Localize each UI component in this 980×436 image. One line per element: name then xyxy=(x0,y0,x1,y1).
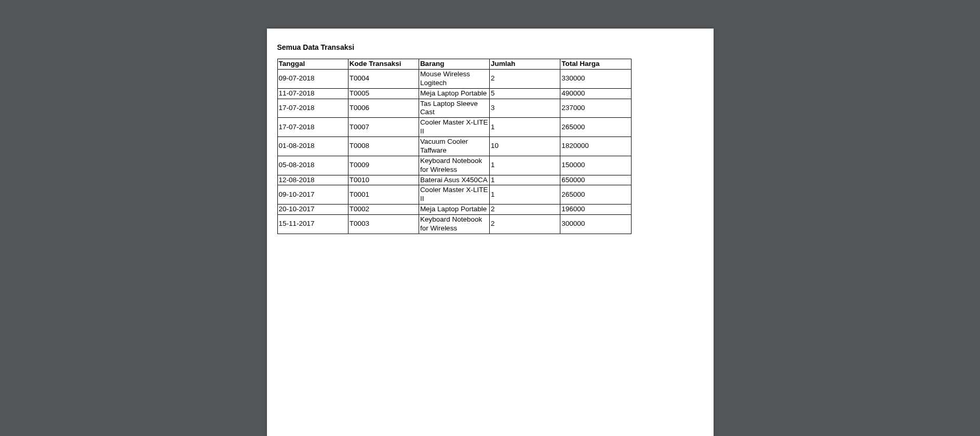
cell-tanggal: 17-07-2018 xyxy=(277,118,348,137)
cell-kode: T0001 xyxy=(348,185,419,205)
cell-total: 650000 xyxy=(560,175,631,185)
table-row: 17-07-2018T0006Tas Laptop Sleeve Cast323… xyxy=(277,99,631,118)
table-row: 05-08-2018T0009Keyboard Notebook for Wir… xyxy=(277,156,631,175)
header-barang: Barang xyxy=(419,59,489,70)
cell-total: 490000 xyxy=(560,88,631,99)
cell-kode: T0004 xyxy=(348,69,419,88)
cell-barang: Mouse Wireless Logitech xyxy=(419,69,489,88)
cell-total: 1820000 xyxy=(560,137,631,156)
cell-total: 265000 xyxy=(560,118,631,137)
cell-total: 196000 xyxy=(560,205,631,215)
header-tanggal: Tanggal xyxy=(277,59,348,70)
cell-tanggal: 01-08-2018 xyxy=(277,137,348,156)
cell-kode: T0003 xyxy=(348,215,419,234)
table-row: 12-08-2018T0010Baterai Asus X450CA165000… xyxy=(277,175,631,185)
cell-barang: Vacuum Cooler Taffware xyxy=(419,137,489,156)
table-row: 01-08-2018T0008Vacuum Cooler Taffware101… xyxy=(277,137,631,156)
cell-total: 265000 xyxy=(560,185,631,205)
table-row: 20-10-2017T0002Meja Laptop Portable21960… xyxy=(277,205,631,215)
cell-jumlah: 2 xyxy=(490,215,560,234)
cell-barang: Tas Laptop Sleeve Cast xyxy=(419,99,489,118)
cell-jumlah: 2 xyxy=(490,69,560,88)
cell-kode: T0005 xyxy=(348,88,419,99)
cell-barang: Cooler Master X-LITE II xyxy=(419,185,489,205)
table-row: 17-07-2018T0007Cooler Master X-LITE II12… xyxy=(277,118,631,137)
cell-barang: Keyboard Notebook for Wireless xyxy=(419,156,489,175)
cell-jumlah: 5 xyxy=(490,88,560,99)
table-row: 15-11-2017T0003Keyboard Notebook for Wir… xyxy=(277,215,631,234)
cell-barang: Keyboard Notebook for Wireless xyxy=(419,215,489,234)
table-row: 09-10-2017T0001Cooler Master X-LITE II12… xyxy=(277,185,631,205)
cell-jumlah: 1 xyxy=(490,185,560,205)
transaction-table: Tanggal Kode Transaksi Barang Jumlah Tot… xyxy=(277,59,632,234)
cell-tanggal: 05-08-2018 xyxy=(277,156,348,175)
document-page: Semua Data Transaksi Tanggal Kode Transa… xyxy=(267,29,714,436)
cell-tanggal: 09-07-2018 xyxy=(277,69,348,88)
cell-tanggal: 17-07-2018 xyxy=(277,99,348,118)
cell-tanggal: 20-10-2017 xyxy=(277,205,348,215)
cell-jumlah: 3 xyxy=(490,99,560,118)
cell-kode: T0008 xyxy=(348,137,419,156)
cell-total: 237000 xyxy=(560,99,631,118)
cell-tanggal: 15-11-2017 xyxy=(277,215,348,234)
header-total: Total Harga xyxy=(560,59,631,70)
cell-jumlah: 1 xyxy=(490,118,560,137)
cell-kode: T0006 xyxy=(348,99,419,118)
table-header-row: Tanggal Kode Transaksi Barang Jumlah Tot… xyxy=(277,59,631,70)
table-row: 09-07-2018T0004Mouse Wireless Logitech23… xyxy=(277,69,631,88)
cell-barang: Meja Laptop Portable xyxy=(419,88,489,99)
table-row: 11-07-2018T0005Meja Laptop Portable54900… xyxy=(277,88,631,99)
header-jumlah: Jumlah xyxy=(490,59,560,70)
page-title: Semua Data Transaksi xyxy=(277,43,703,51)
cell-barang: Baterai Asus X450CA xyxy=(419,175,489,185)
cell-kode: T0009 xyxy=(348,156,419,175)
cell-kode: T0002 xyxy=(348,205,419,215)
cell-tanggal: 11-07-2018 xyxy=(277,88,348,99)
cell-total: 300000 xyxy=(560,215,631,234)
cell-kode: T0007 xyxy=(348,118,419,137)
cell-barang: Meja Laptop Portable xyxy=(419,205,489,215)
cell-barang: Cooler Master X-LITE II xyxy=(419,118,489,137)
cell-kode: T0010 xyxy=(348,175,419,185)
cell-tanggal: 09-10-2017 xyxy=(277,185,348,205)
cell-jumlah: 1 xyxy=(490,156,560,175)
cell-jumlah: 10 xyxy=(490,137,560,156)
cell-jumlah: 1 xyxy=(490,175,560,185)
cell-total: 330000 xyxy=(560,69,631,88)
header-kode: Kode Transaksi xyxy=(348,59,419,70)
cell-jumlah: 2 xyxy=(490,205,560,215)
cell-total: 150000 xyxy=(560,156,631,175)
cell-tanggal: 12-08-2018 xyxy=(277,175,348,185)
